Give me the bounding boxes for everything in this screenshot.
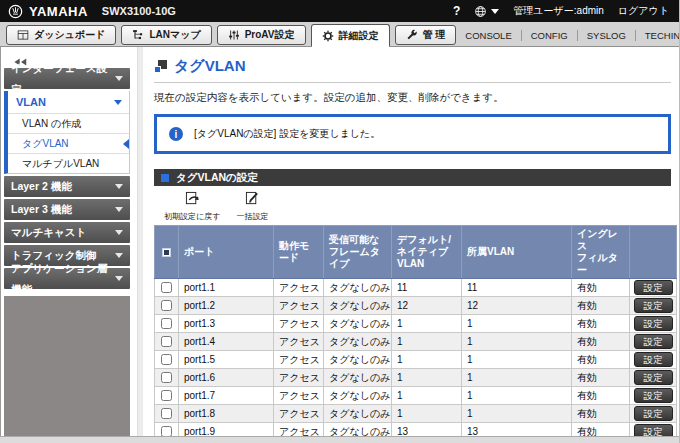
- cell-mode: アクセス: [274, 351, 324, 369]
- table-row: port1.8アクセスタグなしのみ11有効設定: [155, 405, 677, 423]
- row-checkbox[interactable]: [161, 282, 172, 293]
- cell-vlan: 1: [462, 405, 572, 423]
- sidebar-item-multicast[interactable]: マルチキャスト: [4, 222, 130, 243]
- sidebar-filler: [4, 296, 130, 436]
- row-settings-button[interactable]: 設定: [634, 334, 673, 349]
- sidebar-item-layer3[interactable]: Layer 3 機能: [4, 199, 130, 220]
- column-header: 動作モード: [274, 226, 324, 279]
- row-checkbox[interactable]: [161, 426, 172, 436]
- row-settings-button[interactable]: 設定: [634, 316, 673, 331]
- cell-frame: タグなしのみ: [324, 351, 392, 369]
- cell-ingress: 有効: [572, 297, 630, 315]
- globe-icon: [474, 5, 487, 18]
- row-settings-button[interactable]: 設定: [634, 370, 673, 385]
- cell-frame: タグなしのみ: [324, 333, 392, 351]
- cell-vlan: 13: [462, 423, 572, 437]
- cell-frame: タグなしのみ: [324, 369, 392, 387]
- reset-defaults-button[interactable]: 初期設定に戻す: [164, 191, 220, 222]
- lan-map-icon: [132, 29, 144, 41]
- topbar: YAMAHA SWX3100-10G ? 管理ユーザー:admin ログアウト: [0, 0, 679, 22]
- sidebar-group-vlan: VLANVLAN の作成タグVLANマルチプルVLAN: [4, 91, 130, 174]
- cell-mode: アクセス: [274, 315, 324, 333]
- cell-native: 12: [392, 297, 462, 315]
- gear-icon: [322, 30, 334, 42]
- language-selector[interactable]: [474, 5, 499, 18]
- cell-port: port1.6: [179, 369, 274, 387]
- row-checkbox[interactable]: [161, 318, 172, 329]
- cell-ingress: 有効: [572, 423, 630, 437]
- sidebar-item-label: マルチプルVLAN: [22, 158, 99, 169]
- row-settings-button[interactable]: 設定: [634, 298, 673, 313]
- tab-dashboard[interactable]: ダッシュボード: [6, 25, 116, 45]
- tab-admin[interactable]: 管 理: [395, 25, 457, 45]
- cell-port: port1.1: [179, 279, 274, 297]
- sidebar-item-multiple-vlan[interactable]: マルチプルVLAN: [8, 153, 129, 173]
- brand: YAMAHA SWX3100-10G: [8, 4, 176, 19]
- sidebar-item-tag-vlan[interactable]: タグVLAN: [8, 133, 129, 153]
- sidebar: インターフェース設定VLANVLAN の作成タグVLANマルチプルVLANLay…: [1, 47, 132, 436]
- tab-label: ProAV設定: [245, 28, 295, 42]
- cell-frame: タグなしのみ: [324, 423, 392, 437]
- table-row: port1.2アクセスタグなしのみ1212有効設定: [155, 297, 677, 315]
- row-checkbox[interactable]: [161, 354, 172, 365]
- cell-frame: タグなしのみ: [324, 405, 392, 423]
- cell-native: 13: [392, 423, 462, 437]
- table-row: port1.7アクセスタグなしのみ11有効設定: [155, 387, 677, 405]
- row-checkbox[interactable]: [161, 390, 172, 401]
- user-label: 管理ユーザー:admin: [513, 4, 603, 18]
- cell-native: 1: [392, 351, 462, 369]
- table-row: port1.5アクセスタグなしのみ11有効設定: [155, 351, 677, 369]
- top-link-console[interactable]: CONSOLE: [456, 30, 520, 41]
- cell-ingress: 有効: [572, 351, 630, 369]
- cell-native: 1: [392, 315, 462, 333]
- cell-frame: タグなしのみ: [324, 387, 392, 405]
- sidebar-item-interface-settings[interactable]: インターフェース設定: [4, 68, 130, 89]
- topbar-right: ? 管理ユーザー:admin ログアウト: [453, 4, 669, 18]
- batch-config-button[interactable]: 一括設定: [236, 191, 268, 222]
- sliders-icon: [228, 29, 240, 41]
- row-checkbox[interactable]: [161, 372, 172, 383]
- row-settings-button[interactable]: 設定: [634, 406, 673, 421]
- cell-mode: アクセス: [274, 423, 324, 437]
- cell-port: port1.5: [179, 351, 274, 369]
- sidebar-item-layer2[interactable]: Layer 2 機能: [4, 176, 130, 197]
- nav-tabs: ダッシュボードLANマップProAV設定詳細設定管 理: [6, 24, 456, 46]
- logout-link[interactable]: ログアウト: [618, 4, 669, 18]
- top-link-syslog[interactable]: SYSLOG: [577, 30, 635, 41]
- top-link-config[interactable]: CONFIG: [521, 30, 577, 41]
- chevron-down-icon: [115, 207, 123, 212]
- tab-lanmap[interactable]: LANマップ: [121, 25, 211, 45]
- top-link-techinfo[interactable]: TECHINFO: [635, 30, 680, 41]
- row-settings-button[interactable]: 設定: [634, 424, 673, 436]
- cell-frame: タグなしのみ: [324, 315, 392, 333]
- sidebar-item-vlan-create[interactable]: VLAN の作成: [8, 113, 129, 133]
- help-icon[interactable]: ?: [453, 4, 460, 18]
- sidebar-item-label: Layer 2 機能: [11, 176, 72, 197]
- column-header: イングレスフィルター: [572, 226, 630, 279]
- chevron-down-icon: [115, 276, 123, 281]
- chevron-down-icon: [115, 184, 123, 189]
- column-header: デフォルト/ネイティブVLAN: [392, 226, 462, 279]
- row-checkbox[interactable]: [161, 336, 172, 347]
- cell-native: 1: [392, 369, 462, 387]
- notice-box: i [タグVLANの設定] 設定を変更しました。: [154, 114, 671, 154]
- row-checkbox[interactable]: [161, 300, 172, 311]
- nav-tabbar: ダッシュボードLANマップProAV設定詳細設定管 理 CONSOLECONFI…: [0, 22, 679, 47]
- cell-native: 1: [392, 387, 462, 405]
- row-settings-button[interactable]: 設定: [634, 388, 673, 403]
- cell-ingress: 有効: [572, 333, 630, 351]
- chevron-down-icon: [115, 253, 123, 258]
- row-checkbox[interactable]: [161, 408, 172, 419]
- cell-mode: アクセス: [274, 279, 324, 297]
- tab-proav[interactable]: ProAV設定: [217, 25, 306, 45]
- reset-page-icon: [184, 191, 201, 210]
- sidebar-item-app-layer[interactable]: アプリケーション層機能: [4, 268, 130, 289]
- table-row: port1.1アクセスタグなしのみ1111有効設定: [155, 279, 677, 297]
- cell-mode: アクセス: [274, 333, 324, 351]
- cell-vlan: 11: [462, 279, 572, 297]
- column-header: 所属VLAN: [462, 226, 572, 279]
- tab-detail[interactable]: 詳細設定: [311, 24, 390, 47]
- row-settings-button[interactable]: 設定: [634, 352, 673, 367]
- row-settings-button[interactable]: 設定: [634, 280, 673, 295]
- select-all-checkbox[interactable]: [155, 226, 179, 279]
